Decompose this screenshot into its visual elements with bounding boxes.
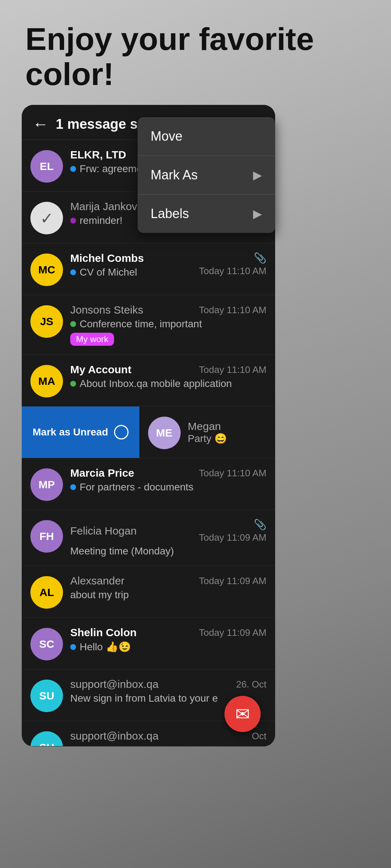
- sender-michel: Michel Combs: [70, 252, 196, 264]
- dot-myaccount: [70, 381, 76, 387]
- time-support1: 26. Oct: [236, 679, 266, 690]
- email-content-megan: Megan Party 😄: [188, 420, 266, 444]
- email-content-michel: Michel Combs CV of Michel: [70, 252, 196, 278]
- dot-marija: [70, 218, 76, 224]
- avatar-shelin: SC: [30, 628, 63, 660]
- email-content-felicia: Felicia Hogan 📎 Today 11:09 AM Meeting t…: [70, 519, 266, 557]
- back-button[interactable]: ←: [33, 115, 49, 133]
- sender-jonsons: Jonsons Steiks: [70, 304, 143, 316]
- time-shelin: Today 11:09 AM: [199, 627, 266, 638]
- email-content-shelin: Shelin Colon Today 11:09 AM Hello 👍😉: [70, 626, 266, 653]
- swipe-circle-icon: [114, 425, 129, 439]
- time-support2: Oct: [252, 731, 266, 742]
- email-item-felicia[interactable]: FH Felicia Hogan 📎 Today 11:09 AM Meetin…: [22, 510, 275, 566]
- swipe-action-unread[interactable]: Mark as Unread: [22, 407, 139, 458]
- app-card: ← 1 message s Move Mark As ▶ Labels ▶ EL…: [22, 105, 275, 746]
- time-jonsons: Today 11:10 AM: [199, 305, 266, 316]
- time-myaccount: Today 11:10 AM: [199, 364, 266, 375]
- avatar-alexsander: AL: [30, 576, 63, 609]
- sender-myaccount: My Account: [70, 363, 131, 376]
- email-content-alexsander: Alexsander Today 11:09 AM about my trip: [70, 575, 266, 601]
- context-labels-label: Labels: [151, 206, 189, 221]
- email-content-jonsons: Jonsons Steiks Today 11:10 AM Conference…: [70, 304, 266, 346]
- subject-row-michel: CV of Michel: [70, 267, 196, 278]
- subject-row-jonsons: Conference time, important: [70, 318, 266, 330]
- email-content-myaccount: My Account Today 11:10 AM About Inbox.qa…: [70, 363, 266, 390]
- paperclip-michel: 📎: [254, 252, 266, 264]
- subject-alexsander: about my trip: [70, 589, 129, 601]
- paperclip-felicia: 📎: [254, 519, 266, 531]
- compose-fab[interactable]: ✉: [224, 696, 261, 732]
- email-item-alexsander[interactable]: AL Alexsander Today 11:09 AM about my tr…: [22, 566, 275, 618]
- subject-michel: CV of Michel: [80, 267, 137, 278]
- tag-mywork: My work: [70, 333, 114, 346]
- top-heading-text: Enjoy your favorite color!: [25, 22, 366, 92]
- subject-elkr: Frw: agreeme: [80, 163, 142, 175]
- time-michel: Today 11:10 AM: [199, 265, 266, 277]
- sender-marcia: Marcia Price: [70, 467, 134, 479]
- mark-as-unread-label: Mark as Unread: [33, 426, 108, 438]
- context-move-label: Move: [151, 129, 182, 144]
- context-markas-label: Mark As: [151, 167, 198, 183]
- avatar-felicia: FH: [30, 520, 63, 553]
- email-item-marcia[interactable]: MP Marcia Price Today 11:10 AM For partn…: [22, 458, 275, 510]
- subject-marija: reminder!: [80, 215, 122, 226]
- sender-alexsander: Alexsander: [70, 575, 125, 587]
- subject-row-marcia: For partners - documents: [70, 481, 266, 493]
- avatar-marija: [30, 202, 63, 234]
- sender-support2: support@inbox.qa: [70, 730, 159, 742]
- time-alexsander: Today 11:09 AM: [199, 575, 266, 587]
- dot-elkr: [70, 166, 76, 172]
- compose-icon: ✉: [235, 704, 250, 724]
- subject-row-myaccount: About Inbox.qa mobile application: [70, 378, 266, 390]
- email-item-jonsons[interactable]: JS Jonsons Steiks Today 11:10 AM Confere…: [22, 295, 275, 355]
- time-marcia: Today 11:10 AM: [199, 468, 266, 479]
- dot-jonsons: [70, 321, 76, 327]
- avatar-support2: SU: [30, 731, 63, 746]
- top-heading-section: Enjoy your favorite color!: [25, 22, 366, 92]
- header-title: 1 message s: [56, 116, 138, 132]
- avatar-jonsons: JS: [30, 305, 63, 338]
- context-menu-labels[interactable]: Labels ▶: [138, 195, 275, 233]
- context-menu-move[interactable]: Move: [138, 117, 275, 156]
- time-felicia: Today 11:09 AM: [199, 532, 266, 543]
- avatar-marcia: MP: [30, 468, 63, 501]
- context-labels-arrow: ▶: [253, 207, 262, 221]
- sender-support1: support@inbox.qa: [70, 678, 159, 690]
- avatar-myaccount: MA: [30, 365, 63, 397]
- avatar-megan: ME: [148, 417, 181, 449]
- email-content-marcia: Marcia Price Today 11:10 AM For partners…: [70, 467, 266, 493]
- email-item-myaccount[interactable]: MA My Account Today 11:10 AM About Inbox…: [22, 355, 275, 407]
- avatar-support1: SU: [30, 680, 63, 712]
- context-menu: Move Mark As ▶ Labels ▶: [138, 117, 275, 233]
- subject-support1: New sign in from Latvia to your e: [70, 693, 218, 704]
- swipe-row-megan[interactable]: Mark as Unread ME Megan Party 😄: [22, 407, 275, 458]
- dot-marcia: [70, 484, 76, 490]
- email-item-michel[interactable]: MC Michel Combs CV of Michel 📎 Today 11:…: [22, 243, 275, 295]
- subject-marcia: For partners - documents: [80, 481, 193, 493]
- subject-row-alexsander: about my trip: [70, 589, 266, 601]
- sender-felicia: Felicia Hogan: [70, 525, 136, 537]
- context-menu-mark-as[interactable]: Mark As ▶: [138, 156, 275, 195]
- dot-shelin: [70, 644, 76, 650]
- subject-row-shelin: Hello 👍😉: [70, 641, 266, 653]
- meta-michel: 📎 Today 11:10 AM: [199, 252, 266, 277]
- dot-michel: [70, 269, 76, 275]
- email-item-shelin[interactable]: SC Shelin Colon Today 11:09 AM Hello 👍😉: [22, 618, 275, 669]
- sender-shelin: Shelin Colon: [70, 626, 136, 639]
- email-item-megan[interactable]: ME Megan Party 😄: [139, 407, 275, 458]
- context-markas-arrow: ▶: [253, 168, 262, 182]
- email-content-support2: support@inbox.qa Oct: [70, 730, 266, 742]
- subject-shelin: Hello 👍😉: [80, 641, 131, 653]
- avatar-elkr: EL: [30, 150, 63, 183]
- subject-felicia: Meeting time (Monday): [70, 545, 174, 557]
- subject-row-felicia: Meeting time (Monday): [70, 545, 266, 557]
- subject-megan: Party 😄: [188, 433, 266, 444]
- subject-jonsons: Conference time, important: [80, 318, 202, 330]
- subject-myaccount: About Inbox.qa mobile application: [80, 378, 232, 390]
- sender-megan: Megan: [188, 420, 266, 433]
- avatar-michel: MC: [30, 254, 63, 286]
